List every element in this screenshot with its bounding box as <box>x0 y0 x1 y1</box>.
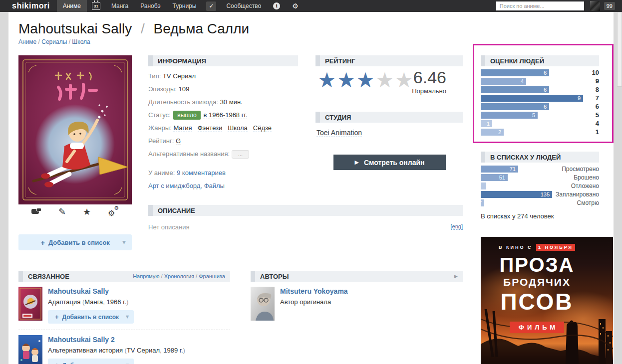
genre-link[interactable]: Магия <box>173 124 192 132</box>
ad-title-line2: БРОДЯЧИХ <box>481 276 593 289</box>
score-bar-row: 6 8 <box>481 86 599 95</box>
studio-section: СТУДИЯ <box>315 112 463 123</box>
nav-item-ranobe[interactable]: Ранобэ <box>134 0 166 12</box>
genre-link[interactable]: Школа <box>228 124 248 132</box>
search-input[interactable] <box>496 1 584 10</box>
info-row-status: Статус: вышло в 1966-1968 гг. <box>148 109 298 122</box>
author-photo[interactable] <box>251 287 275 321</box>
info-row-art-files: Арт с имиджборд, Файлы <box>148 180 298 192</box>
genre-link[interactable]: Сёдзе <box>253 124 272 132</box>
list-bar: 7 <box>481 199 484 206</box>
poster-illustration <box>18 55 132 204</box>
comments-icon[interactable] <box>31 208 41 216</box>
info-row-duration: Длительность эпизода: 30 мин. <box>148 96 298 109</box>
page: shikimori Аниме 31 Манга Ранобэ Турниры … <box>0 0 622 364</box>
score-block: 6.46 Нормально <box>412 68 446 95</box>
quill-icon[interactable]: ✎ <box>58 207 66 216</box>
list-bar-row: Отложено <box>481 182 599 191</box>
genre-link[interactable]: Фэнтези <box>198 124 223 132</box>
score-value: 6.46 <box>412 68 446 86</box>
related-title-link[interactable]: Mahoutsukai Sally <box>48 287 134 295</box>
list-bar-row: 135 Запланировано <box>481 191 599 199</box>
score-bar: 5 <box>481 112 538 119</box>
art-link[interactable]: Арт с имиджборд <box>148 182 200 189</box>
author-item: Mitsuteru Yokoyama Автор оригинала <box>251 287 463 321</box>
nav-item-anime[interactable]: Аниме <box>57 0 87 12</box>
related-section: СВЯЗАННОЕ Напрямую / Хронология / Франши… <box>18 271 230 364</box>
list-bar-label: Отложено <box>571 182 599 189</box>
score-bar-value: 1 <box>487 120 490 127</box>
related-filter-link[interactable]: Франшиза <box>199 273 225 279</box>
studio-link[interactable]: Toei Animation <box>316 129 362 137</box>
chevron-down-icon[interactable]: ▼ <box>122 240 126 245</box>
description-heading: ОПИСАНИЕ <box>148 205 463 216</box>
score-bar-row: 9 7 <box>481 95 599 103</box>
breadcrumb-link[interactable]: Сериалы <box>41 38 67 45</box>
chevron-down-icon[interactable]: ▼ <box>126 315 129 319</box>
score-bar: 6 <box>481 103 549 110</box>
scrollbar-thumb[interactable] <box>617 12 622 87</box>
moderation-gear-icon[interactable]: ⚙ <box>292 2 299 10</box>
avatar[interactable] <box>590 1 600 11</box>
list-bar-label: Смотрю <box>577 199 600 206</box>
related-filter-link[interactable]: Хронология <box>164 273 194 279</box>
score-bar-value: 6 <box>544 86 547 93</box>
info-icon[interactable]: i <box>273 2 280 9</box>
alt-names-expand-button[interactable]: ... <box>232 150 249 159</box>
score-bar-label: 7 <box>596 95 599 102</box>
score-bar-value: 6 <box>544 103 547 110</box>
related-filter-link[interactable]: Напрямую <box>133 273 159 279</box>
nav-item-manga[interactable]: Манга <box>105 0 134 12</box>
checkmark-icon[interactable]: ✓ <box>206 1 216 11</box>
related-divider <box>18 330 230 330</box>
nav-item-community[interactable]: Сообщество <box>220 0 267 12</box>
score-bar-value: 2 <box>498 129 501 136</box>
age-rating[interactable]: G <box>176 137 181 145</box>
ad-text: В КИНО С 1 НОЯБРЯ ПРОЗА БРОДЯЧИХ ПСОВ ФИ… <box>481 237 593 333</box>
score-bar-label: 10 <box>592 69 599 76</box>
rating-section: РЕЙТИНГ ★★★★★ 6.46 Нормально <box>315 55 463 66</box>
add-to-list-button[interactable]: + Добавить в список ▼ <box>18 234 132 250</box>
status-years[interactable]: в 1966-1968 гг. <box>203 111 247 119</box>
favorite-star-icon[interactable]: ★ <box>83 207 91 216</box>
score-bar-row: 4 9 <box>481 78 599 86</box>
star-rating[interactable]: ★★★★★ <box>317 70 414 90</box>
title-romaji: Mahoutsukai Sally <box>18 21 132 36</box>
breadcrumb-link[interactable]: Школа <box>72 38 90 45</box>
description-lang-toggle[interactable]: [eng] <box>451 223 463 230</box>
ad-film-badge: ФИЛЬМ <box>510 322 564 333</box>
related-thumb-manga[interactable] <box>18 287 42 321</box>
files-link[interactable]: Файлы <box>204 182 225 189</box>
score-bar-label: 8 <box>596 86 599 93</box>
top-nav: shikimori Аниме 31 Манга Ранобэ Турниры … <box>0 0 622 12</box>
related-title-link[interactable]: Mahoutsukai Sally 2 <box>48 336 185 344</box>
status-badge: вышло <box>173 111 200 120</box>
breadcrumb-link[interactable]: Аниме <box>18 38 36 45</box>
lists-chart: 71 Просмотрено 51 Брошено Отложено 135 З… <box>481 163 599 208</box>
list-bar-row: 71 Просмотрено <box>481 166 599 174</box>
related-thumb-tv[interactable] <box>18 335 42 364</box>
lists-total: В списках у 274 человек <box>481 212 599 220</box>
related-add-to-list-button[interactable]: + Добавить в список ▼ <box>48 310 134 324</box>
score-bar-row: 6 10 <box>481 69 599 78</box>
authors-expand-icon[interactable]: ▶ <box>454 274 458 279</box>
list-bar-row: 51 Брошено <box>481 174 599 182</box>
nav-item-tournaments[interactable]: Турниры <box>167 0 203 12</box>
related-add-to-list-button[interactable]: + Добавить в список ▼ <box>48 359 134 364</box>
watch-online-button[interactable]: ▶ Смотреть онлайн <box>333 155 446 170</box>
score-bar: 6 <box>481 86 549 93</box>
related-subtitle: Адаптация (Манга, 1966 г.) <box>48 298 134 306</box>
genre-list: МагияФэнтезиШколаСёдзе <box>173 124 277 132</box>
score-bar-label: 1 <box>596 129 599 136</box>
notifications-badge[interactable]: 99 <box>604 2 615 10</box>
anime-poster[interactable] <box>18 55 132 204</box>
ad-poster[interactable]: В КИНО С 1 НОЯБРЯ ПРОЗА БРОДЯЧИХ ПСОВ ФИ… <box>481 237 613 364</box>
list-bar: 51 <box>481 174 508 181</box>
logo[interactable]: shikimori <box>12 1 50 10</box>
author-name-link[interactable]: Mitsuteru Yokoyama <box>280 287 348 295</box>
calendar-icon[interactable]: 31 <box>92 2 100 10</box>
comments-link[interactable]: 9 комментариев <box>177 169 226 177</box>
authors-section: АВТОРЫ ▶ Mitsuteru Yokoyama Автор оригин… <box>251 271 463 321</box>
scores-chart: 6 10 4 9 6 8 9 7 6 6 <box>481 66 599 137</box>
settings-gears-icon[interactable]: ⚙⚙ <box>108 207 119 217</box>
